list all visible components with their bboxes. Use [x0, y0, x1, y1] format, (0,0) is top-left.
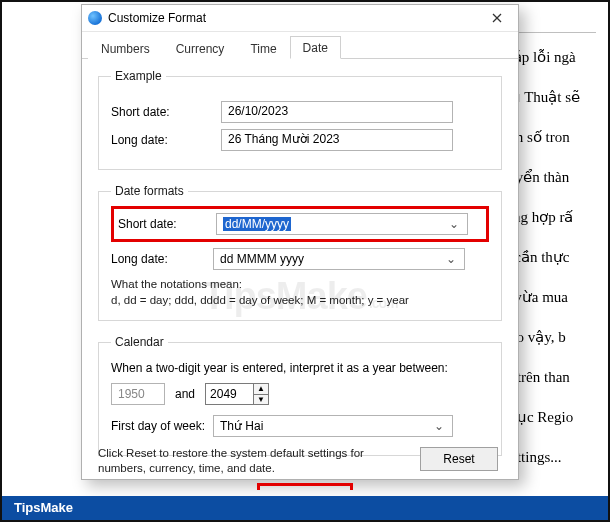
globe-icon — [88, 11, 102, 25]
label-example-short: Short date: — [111, 105, 221, 119]
group-example: Example Short date: 26/10/2023 Long date… — [98, 69, 502, 170]
tab-date[interactable]: Date — [290, 36, 341, 59]
combo-long-date-format[interactable]: dd MMMM yyyy ⌄ — [213, 248, 465, 270]
highlight-fragment — [257, 483, 353, 490]
tab-currency[interactable]: Currency — [163, 37, 238, 59]
titlebar: Customize Format — [82, 5, 518, 32]
combo-first-day-of-week[interactable]: Thứ Hai ⌄ — [213, 415, 453, 437]
legend-example: Example — [111, 69, 166, 83]
combo-fdow-value: Thứ Hai — [220, 419, 263, 433]
label-first-day-of-week: First day of week: — [111, 419, 213, 433]
legend-date-formats: Date formats — [111, 184, 188, 198]
group-calendar: Calendar When a two-digit year is entere… — [98, 335, 502, 456]
spinner-year-to[interactable]: ▲ ▼ — [205, 383, 269, 405]
notation-line-1: What the notations mean: — [111, 276, 489, 292]
notation-help: What the notations mean: d, dd = day; dd… — [111, 276, 489, 308]
spinner-down-icon[interactable]: ▼ — [254, 395, 268, 405]
spinner-buttons[interactable]: ▲ ▼ — [253, 383, 269, 405]
close-button[interactable] — [480, 7, 514, 29]
label-format-long: Long date: — [111, 252, 213, 266]
reset-button[interactable]: Reset — [420, 447, 498, 471]
close-icon — [492, 13, 502, 23]
label-and: and — [175, 387, 195, 401]
legend-calendar: Calendar — [111, 335, 168, 349]
group-date-formats: Date formats Short date: dd/MM/yyyy ⌄ Lo… — [98, 184, 502, 321]
tab-strip: Numbers Currency Time Date — [82, 32, 518, 59]
calendar-intro: When a two-digit year is entered, interp… — [111, 361, 489, 375]
field-year-from — [111, 383, 165, 405]
customize-format-dialog: TipsMake.com Customize Format Numbers Cu… — [81, 4, 519, 480]
chevron-down-icon: ⌄ — [432, 419, 446, 433]
value-example-long: 26 Tháng Mười 2023 — [221, 129, 453, 151]
label-format-short: Short date: — [118, 217, 216, 231]
chevron-down-icon: ⌄ — [447, 217, 461, 231]
spinner-up-icon[interactable]: ▲ — [254, 384, 268, 395]
combo-short-date-value: dd/MM/yyyy — [223, 217, 291, 231]
reset-hint: Click Reset to restore the system defaul… — [98, 446, 368, 475]
field-year-to[interactable] — [205, 383, 253, 405]
dialog-title: Customize Format — [108, 11, 480, 25]
value-example-short: 26/10/2023 — [221, 101, 453, 123]
chevron-down-icon: ⌄ — [444, 252, 458, 266]
tab-numbers[interactable]: Numbers — [88, 37, 163, 59]
tipsmake-brand-bar: TipsMake — [2, 496, 608, 520]
label-example-long: Long date: — [111, 133, 221, 147]
combo-long-date-value: dd MMMM yyyy — [220, 252, 304, 266]
tab-time[interactable]: Time — [237, 37, 289, 59]
combo-short-date-format[interactable]: dd/MM/yyyy ⌄ — [216, 213, 468, 235]
highlight-short-date-format: Short date: dd/MM/yyyy ⌄ — [111, 206, 489, 242]
notation-line-2: d, dd = day; ddd, dddd = day of week; M … — [111, 292, 489, 308]
dialog-body: Example Short date: 26/10/2023 Long date… — [82, 59, 518, 481]
